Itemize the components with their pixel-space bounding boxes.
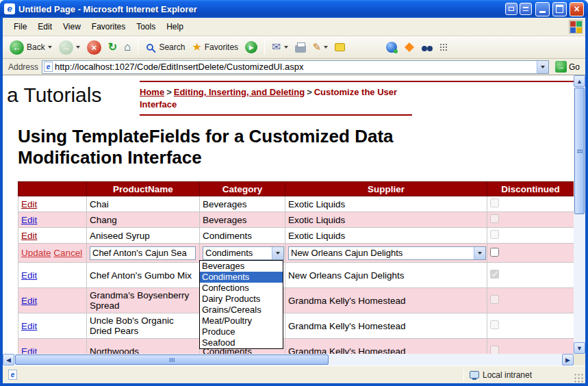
supplier-cell: Exotic Liquids [285, 228, 487, 244]
select-dropdown-button[interactable] [272, 247, 283, 259]
address-input[interactable] [55, 62, 537, 73]
menu-item-favorites[interactable]: Favorites [86, 19, 131, 34]
media-button[interactable]: ▶ [242, 40, 260, 55]
close-button[interactable]: × [570, 2, 584, 16]
dropdown-option[interactable]: Meat/Poultry [200, 316, 283, 326]
chevron-down-icon [48, 46, 52, 49]
dropdown-option[interactable]: Dairy Products [200, 294, 283, 305]
menu-item-tools[interactable]: Tools [131, 19, 161, 34]
dropdown-option[interactable]: Produce [200, 326, 283, 337]
category-select-value: Condiments [205, 248, 253, 258]
breadcrumb-separator: > [305, 87, 314, 97]
chevron-down-icon [478, 252, 482, 255]
grid-tool-button[interactable] [437, 42, 451, 53]
refresh-button[interactable]: ↻ [105, 40, 120, 54]
product-name-input[interactable] [90, 246, 196, 260]
address-label: Address [8, 62, 38, 72]
header-rule [140, 81, 574, 82]
product-cell: Aniseed Syrup [87, 228, 200, 244]
product-cell: Chef Anton's Gumbo Mix [87, 263, 200, 288]
search-button[interactable]: Search [142, 41, 188, 53]
product-cell: Chai [87, 196, 200, 212]
product-cell: Northwoods [87, 339, 200, 355]
grid-header-supplier: Supplier [285, 182, 487, 196]
dropdown-option[interactable]: Beverages [200, 261, 283, 272]
vertical-scroll-thumb[interactable] [574, 88, 585, 214]
grid-row: Edit Grandma's Boysenberry Spread Grandm… [18, 288, 574, 313]
discuss-icon [335, 43, 345, 51]
highlight-button[interactable] [401, 40, 418, 54]
edit-link[interactable]: Edit [21, 346, 37, 355]
product-cell: Grandma's Boysenberry Spread [87, 288, 200, 313]
window-glyph-icon [523, 7, 528, 11]
horizontal-scrollbar[interactable]: ◀ ▶ [3, 354, 574, 365]
maximize-button[interactable] [552, 2, 567, 16]
forward-button[interactable]: → [56, 39, 83, 56]
category-dropdown: Beverages Condiments Confections Dairy P… [199, 260, 283, 349]
scroll-up-button[interactable]: ▲ [574, 75, 585, 87]
select-dropdown-button[interactable] [474, 247, 485, 259]
supplier-cell: Grandma Kelly's Homestead [285, 288, 487, 313]
titlebar-extra-button-2[interactable] [520, 3, 532, 15]
edit-link[interactable]: Edit [21, 215, 37, 225]
edit-link[interactable]: Edit [21, 296, 37, 306]
address-dropdown-button[interactable] [537, 61, 548, 73]
scroll-right-button[interactable]: ▶ [562, 354, 574, 365]
product-cell: Chang [87, 212, 200, 228]
favorites-button[interactable]: ★ Favorites [189, 40, 241, 54]
chevron-down-icon [324, 46, 328, 49]
dropdown-option[interactable]: Grains/Cereals [200, 305, 283, 316]
mail-icon: ✉ [272, 42, 281, 53]
chevron-down-icon [284, 46, 288, 49]
messenger-button[interactable] [383, 40, 400, 54]
home-icon: ⌂ [124, 42, 131, 53]
menu-item-view[interactable]: View [57, 19, 86, 34]
edit-link[interactable]: Edit [21, 199, 37, 209]
go-button[interactable]: → Go [552, 61, 583, 73]
edit-link[interactable]: Edit [21, 231, 37, 241]
menu-item-file[interactable]: File [8, 19, 32, 34]
dropdown-option-selected[interactable]: Condiments [200, 272, 283, 283]
discontinued-checkbox[interactable] [490, 248, 499, 257]
edit-page-button[interactable]: ✎ [310, 40, 331, 54]
mail-button[interactable]: ✉ [269, 40, 290, 54]
pencil-icon: ✎ [313, 42, 322, 53]
supplier-select[interactable]: New Orleans Cajun Delights [288, 246, 486, 260]
titlebar[interactable]: e Untitled Page - Microsoft Internet Exp… [0, 0, 588, 18]
page-icon: e [44, 62, 53, 72]
menu-item-help[interactable]: Help [161, 19, 189, 34]
supplier-cell: Exotic Liquids [285, 196, 487, 212]
discuss-button[interactable] [332, 42, 348, 53]
grid-row: Edit Chef Anton's Gumbo Mix New Orleans … [18, 263, 574, 288]
stop-button[interactable]: × [84, 39, 104, 56]
cancel-link[interactable]: Cancel [53, 248, 82, 258]
edit-link[interactable]: Edit [21, 270, 37, 281]
grid-header-actions [18, 182, 87, 196]
resize-grip[interactable] [574, 373, 584, 383]
grid-row: Edit Chang Beverages Exotic Liquids [18, 212, 574, 228]
category-select[interactable]: Condiments [203, 246, 284, 260]
vertical-scrollbar[interactable]: ▲ ▼ [574, 75, 585, 354]
scroll-down-button[interactable]: ▼ [574, 342, 585, 354]
discontinued-checkbox [490, 320, 499, 329]
menu-item-edit[interactable]: Edit [32, 19, 57, 34]
breadcrumb-section-link[interactable]: Editing, Inserting, and Deleting [174, 87, 305, 97]
titlebar-extra-button-1[interactable] [505, 3, 517, 15]
window-title: Untitled Page - Microsoft Internet Explo… [18, 4, 505, 14]
dropdown-option[interactable]: Seafood [200, 337, 283, 348]
status-page-icon: e [8, 370, 17, 380]
home-button[interactable]: ⌂ [121, 40, 133, 54]
media-icon: ▶ [245, 41, 257, 53]
scroll-left-button[interactable]: ◀ [3, 354, 14, 365]
research-button[interactable] [419, 42, 435, 53]
minimize-button[interactable] [535, 2, 550, 16]
print-button[interactable] [292, 41, 309, 54]
supplier-cell: Exotic Liquids [285, 212, 487, 228]
edit-link[interactable]: Edit [21, 321, 37, 331]
horizontal-scroll-thumb[interactable] [15, 355, 329, 365]
back-button[interactable]: ← Back [7, 39, 55, 56]
breadcrumb-home-link[interactable]: Home [140, 87, 164, 97]
dropdown-option[interactable]: Confections [200, 283, 283, 294]
window-glyph-icon [509, 7, 514, 11]
update-link[interactable]: Update [21, 248, 51, 258]
